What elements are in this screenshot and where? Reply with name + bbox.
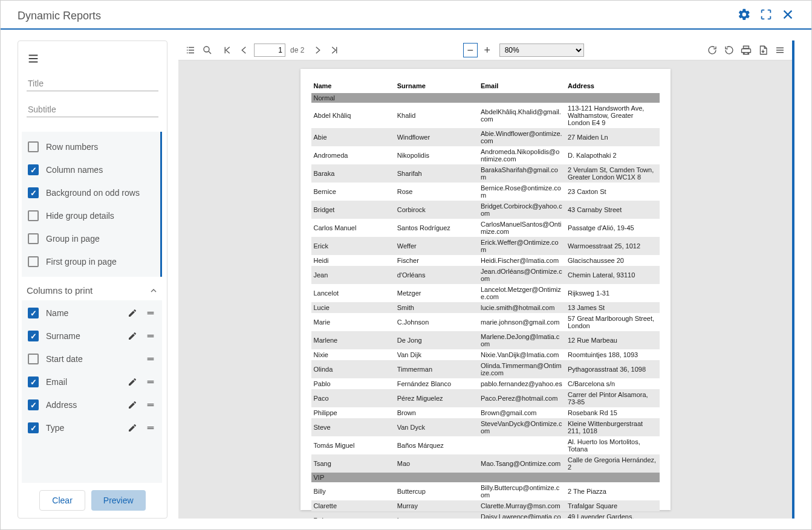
checkbox[interactable] [28,331,39,341]
drag-handle-icon[interactable] [145,331,156,341]
drag-handle-icon[interactable] [145,308,156,318]
table-cell: Sharifah [395,164,478,183]
zoom-select[interactable]: 80% [499,44,584,57]
option-row: First group in page [22,250,160,273]
rotate-ccw-icon[interactable] [722,43,736,57]
checkbox[interactable] [28,233,39,244]
table-cell: Clarette.Murray@msn.com [478,500,565,511]
subtitle-input[interactable] [27,100,158,117]
drag-handle-icon[interactable] [145,399,156,410]
checkbox[interactable] [28,422,39,433]
report-table: NameSurnameEmailAddressNormalAbdel Khâli… [311,79,660,519]
print-icon[interactable] [739,43,753,57]
toc-icon[interactable] [183,43,198,57]
columns-section-header[interactable]: Columns to print [18,277,167,300]
table-cell: D. Kalapothaki 2 [565,146,660,164]
table-row: DaisyLawrenceDaisy.Lawrence@imatia.com49… [311,511,660,519]
table-row: SteveVan DyckSteveVanDyck@Ontimize.comKl… [311,418,660,436]
download-icon[interactable] [756,43,770,57]
checkbox[interactable] [28,308,39,318]
table-cell: Brown@gmail.com [478,407,565,418]
menu-icon[interactable] [27,57,40,67]
zoom-in-button[interactable]: + [480,43,495,57]
table-row: HeidiFischerHeidi.Fischer@Imatia.comGlac… [311,255,660,266]
drag-handle-icon[interactable] [145,354,156,364]
checkbox[interactable] [28,376,39,387]
sidebar: Row numbersColumn namesBackground on odd… [18,40,167,519]
checkbox[interactable] [28,210,39,221]
table-cell: AbdelKhâliq.Khalid@gmail.com [478,103,565,128]
table-cell: Rijksweg 1-31 [565,284,660,302]
chevron-up-icon [149,286,158,296]
first-page-icon[interactable] [220,43,235,57]
table-cell: Abie.Windflower@ontimize.com [478,128,565,146]
column-label: Email [46,377,120,387]
checkbox[interactable] [28,141,39,152]
table-row: TsangMaoMao.Tsang@Ontimize.comCalle de G… [311,454,660,473]
table-cell: Jean.dOrléans@Ontimize.com [478,266,565,284]
table-row: OlindaTimmermanOlinda.Timmerman@Ontimize… [311,360,660,378]
table-cell: Nixie [311,349,395,360]
table-cell: SteveVanDyck@Ontimize.com [478,418,565,436]
column-label: Surname [46,331,120,341]
table-cell: Buttercup [395,482,478,500]
table-row: PabloFernández Blancopablo.fernandez@yah… [311,378,660,389]
table-cell [478,436,565,454]
table-cell: Smith [395,302,478,313]
table-cell: Brown [395,407,478,418]
table-cell: C/Barcelona s/n [565,378,660,389]
drag-handle-icon[interactable] [145,376,156,387]
table-cell: Calle de Gregoria Hernández, 2 [565,454,660,473]
table-cell: Van Dijk [395,349,478,360]
table-cell: Carrer del Pintor Alsamora, 73-85 [565,389,660,407]
title-input[interactable] [27,74,158,91]
edit-icon[interactable] [127,399,138,410]
page-number-input[interactable] [254,44,285,57]
drag-handle-icon[interactable] [145,422,156,433]
edit-icon[interactable] [127,376,138,387]
table-row: PhilippeBrownBrown@gmail.comRosebank Rd … [311,407,660,418]
table-cell: Abdel Khâliq [311,103,395,128]
preview-button[interactable]: Preview [91,490,146,511]
table-cell: Passatge d'Alió, 19-45 [565,219,660,237]
edit-icon[interactable] [127,331,138,341]
table-cell: Paco [311,389,395,407]
table-cell: Billy.Buttercup@ontimize.com [478,482,565,500]
columns-section-label: Columns to print [27,285,149,296]
table-cell: Nikopolidis [395,146,478,164]
checkbox[interactable] [28,164,39,175]
search-icon[interactable] [200,43,215,57]
option-row: Group in page [22,227,160,250]
table-cell: Carlos Manuel [311,219,395,237]
checkbox[interactable] [28,354,39,364]
edit-icon[interactable] [127,308,138,318]
checkbox[interactable] [28,399,39,410]
zoom-out-button[interactable]: − [463,43,478,57]
gear-icon[interactable] [738,8,751,24]
fullscreen-icon[interactable] [759,8,773,24]
table-cell: Fischer [395,255,478,266]
close-icon[interactable] [781,8,794,24]
edit-icon[interactable] [127,422,138,433]
next-page-icon[interactable] [310,43,325,57]
prev-page-icon[interactable] [237,43,252,57]
last-page-icon[interactable] [327,43,342,57]
clear-button[interactable]: Clear [39,490,85,511]
table-cell: Tsang [311,454,395,473]
table-cell: Baraka [311,164,395,183]
report-page: NameSurnameEmailAddressNormalAbdel Khâli… [300,69,671,510]
checkbox[interactable] [28,187,39,198]
table-row: Carlos ManuelSantos RodríguezCarlosManue… [311,219,660,237]
style-options: Row numbersColumn namesBackground on odd… [22,132,162,277]
table-cell: Jean [311,266,395,284]
table-cell: Lancelot [311,284,395,302]
table-cell: CarlosManuelSantos@Ontimize.com [478,219,565,237]
group-row: Normal [311,93,660,103]
more-menu-icon[interactable] [773,43,787,57]
option-row: Hide group details [22,204,160,227]
column-label: Name [46,308,120,318]
rotate-cw-icon[interactable] [705,43,719,57]
table-cell: Andromeda.Nikopolidis@ontimize.com [478,146,565,164]
checkbox[interactable] [28,256,39,267]
table-cell: Mao.Tsang@Ontimize.com [478,454,565,473]
